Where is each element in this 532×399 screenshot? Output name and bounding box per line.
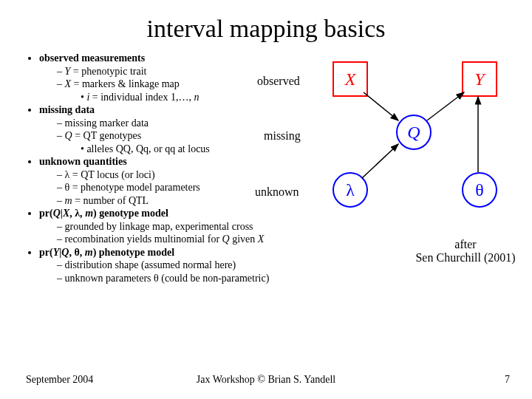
- svg-line-0: [364, 92, 398, 120]
- arrows: [251, 61, 510, 231]
- bullet-lambda: λ = QT locus (or loci): [65, 169, 155, 180]
- bullet-m: m = number of QTL: [65, 195, 149, 206]
- dag-diagram: observed missing unknown X Y Q λ θ: [251, 61, 510, 231]
- bullet-genotype-model: pr(Q|X, λ, m) genotype model: [39, 208, 168, 219]
- bullet-alleles: alleles QQ, Qq, or qq at locus: [86, 143, 209, 154]
- bullet-y-trait: Y = phenotypic trait: [65, 66, 147, 77]
- bullet-theta: θ = phenotype model parameters: [65, 182, 200, 193]
- bullet-missing-marker: missing marker data: [65, 117, 149, 129]
- footer-credit: Jax Workshop © Brian S. Yandell: [0, 374, 532, 386]
- bullet-q-geno: Q = QT genotypes: [65, 130, 142, 141]
- caption-line2: Sen Churchill (2001): [415, 251, 515, 264]
- svg-line-1: [427, 92, 464, 120]
- bullet-missing: missing data: [39, 104, 95, 115]
- diagram-caption: after Sen Churchill (2001): [406, 238, 525, 265]
- bullet-unknown: unknown quantities: [39, 156, 127, 167]
- slide-title: interval mapping basics: [0, 15, 532, 43]
- bullet-grounded: grounded by linkage map, experimental cr…: [65, 221, 253, 232]
- bullet-recomb: recombination yields multinomial for Q g…: [65, 233, 265, 245]
- bullet-x-markers: X = markers & linkage map: [65, 78, 180, 89]
- svg-line-2: [362, 144, 398, 178]
- bullet-observed: observed measurements: [39, 52, 145, 64]
- bullet-dist: distribution shape (assumed normal here): [65, 259, 236, 270]
- bullet-index: i = individual index 1,…, n: [86, 92, 199, 103]
- page-number: 7: [505, 374, 510, 386]
- bullet-phenotype-model: pr(Y|Q, θ, m) phenotype model: [39, 247, 174, 258]
- bullet-unknown-params: unknown parameters θ (could be non-param…: [65, 273, 270, 284]
- caption-line1: after: [454, 238, 476, 250]
